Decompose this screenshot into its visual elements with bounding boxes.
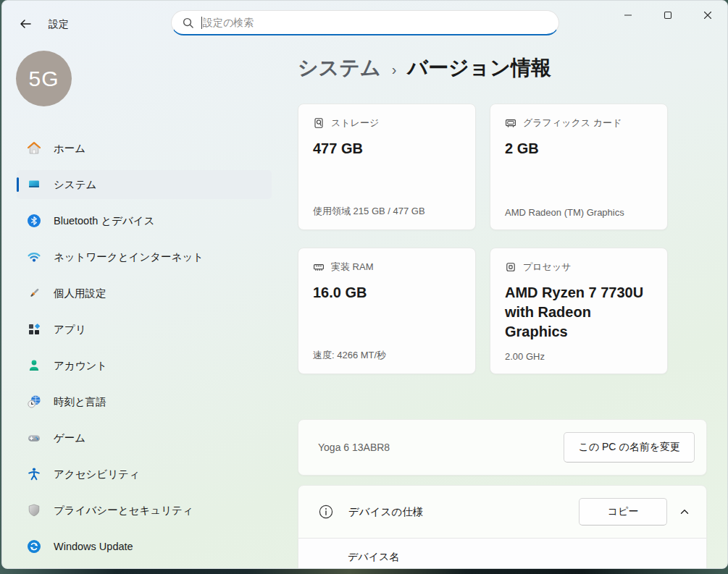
back-button[interactable] [17, 15, 34, 33]
sidebar-item-windows-update[interactable]: Windows Update [17, 532, 272, 561]
device-specs-expander[interactable]: デバイスの仕様 コピー [298, 486, 706, 538]
breadcrumb-separator-icon: › [392, 62, 397, 78]
storage-icon [313, 117, 325, 129]
privacy-shield-icon [27, 503, 41, 518]
spec-cards-grid: ストレージ 477 GB 使用領域 215 GB / 477 GB グラフィック… [298, 104, 707, 374]
device-name: Yoga 6 13ABR8 [318, 442, 390, 453]
sidebar-item-accounts[interactable]: アカウント [17, 351, 272, 380]
ram-card: 実装 RAM 16.0 GB 速度: 4266 MT/秒 [298, 248, 476, 374]
text-caret [201, 17, 202, 29]
maximize-button[interactable] [648, 1, 687, 30]
specs-section-title: デバイスの仕様 [348, 505, 423, 519]
chevron-up-icon[interactable] [674, 498, 695, 526]
sidebar-item-personalization[interactable]: 個人用設定 [17, 279, 272, 308]
sidebar-item-label: ホーム [54, 142, 85, 156]
card-value: 477 GB [313, 139, 461, 159]
spec-row-label: デバイス名 [348, 551, 399, 564]
info-icon [318, 504, 334, 520]
user-avatar[interactable]: 5G [16, 51, 72, 106]
sidebar-item-bluetooth-devices[interactable]: Bluetooth とデバイス [17, 206, 272, 235]
sidebar-item-label: アクセシビリティ [54, 468, 140, 481]
breadcrumb: システム › バージョン情報 [298, 54, 707, 86]
sidebar-item-label: 個人用設定 [54, 287, 106, 300]
card-footer: 使用領域 215 GB / 477 GB [313, 205, 461, 218]
sidebar-item-privacy-security[interactable]: プライバシーとセキュリティ [17, 496, 272, 525]
graphics-card: グラフィックス カード 2 GB AMD Radeon (TM) Graphic… [490, 104, 668, 230]
card-value: AMD Ryzen 7 7730U with Radeon Graphics [505, 283, 653, 342]
sidebar-item-network-internet[interactable]: ネットワークとインターネット [17, 242, 272, 271]
card-title: ストレージ [331, 117, 379, 130]
accessibility-icon [27, 467, 41, 481]
card-title: プロセッサ [523, 261, 572, 274]
copy-button[interactable]: コピー [579, 498, 667, 526]
card-value: 2 GB [505, 139, 653, 159]
sidebar-item-label: プライバシーとセキュリティ [54, 504, 193, 518]
search-icon [182, 17, 194, 29]
sidebar-item-label: 時刻と言語 [54, 395, 106, 409]
sidebar-item-label: システム [54, 178, 96, 192]
sidebar-item-gaming[interactable]: ゲーム [17, 423, 272, 452]
system-icon [27, 177, 41, 192]
close-button[interactable] [687, 1, 727, 30]
search-input[interactable] [203, 17, 548, 28]
time-language-icon [27, 394, 41, 409]
app-title: 設定 [49, 18, 69, 31]
card-footer: AMD Radeon (TM) Graphics [505, 207, 653, 218]
cpu-icon [505, 261, 516, 273]
home-icon [27, 141, 41, 156]
sidebar-nav: ホーム システム Bluetooth [17, 134, 272, 568]
window-controls [608, 1, 727, 30]
back-arrow-icon [19, 17, 32, 30]
network-icon [27, 250, 41, 264]
minimize-icon [624, 11, 632, 20]
sidebar-item-label: アカウント [54, 359, 107, 373]
sidebar-item-label: ネットワークとインターネット [54, 250, 204, 264]
sidebar-item-time-language[interactable]: 時刻と言語 [17, 387, 272, 416]
card-title: 実装 RAM [331, 261, 374, 274]
sidebar-item-system[interactable]: システム [17, 170, 272, 199]
sidebar-item-label: Windows Update [54, 541, 133, 552]
accounts-icon [27, 358, 41, 373]
card-footer: 2.00 GHz [505, 351, 653, 362]
maximize-icon [664, 11, 672, 20]
sidebar-item-label: ゲーム [54, 431, 85, 445]
ram-icon [313, 261, 325, 273]
device-name-spec-row: デバイス名 [298, 539, 706, 569]
close-icon [703, 11, 712, 20]
device-specs-section: デバイスの仕様 コピー デバイス名 [298, 485, 707, 569]
storage-card: ストレージ 477 GB 使用領域 215 GB / 477 GB [298, 104, 476, 230]
card-value: 16.0 GB [313, 283, 461, 303]
card-footer: 速度: 4266 MT/秒 [313, 349, 461, 362]
sidebar-item-label: アプリ [54, 323, 86, 337]
main-content: システム › バージョン情報 ストレージ 477 GB 使用領域 [298, 54, 707, 569]
selected-accent-bar [17, 177, 19, 192]
card-title: グラフィックス カード [523, 117, 622, 130]
sidebar-item-label: Bluetooth とデバイス [54, 214, 155, 228]
personalization-icon [27, 286, 41, 300]
sidebar-item-home[interactable]: ホーム [17, 134, 272, 163]
minimize-button[interactable] [608, 1, 648, 30]
device-name-row: Yoga 6 13ABR8 この PC の名前を変更 [298, 419, 707, 476]
sidebar-item-accessibility[interactable]: アクセシビリティ [17, 460, 272, 489]
windows-update-icon [27, 539, 41, 554]
search-box[interactable] [171, 10, 559, 35]
rename-pc-button[interactable]: この PC の名前を変更 [564, 432, 695, 463]
settings-window: 設定 5G ホーム [1, 0, 728, 569]
gpu-icon [505, 117, 516, 129]
sidebar-item-apps[interactable]: アプリ [17, 315, 272, 344]
breadcrumb-parent[interactable]: システム [298, 54, 381, 82]
apps-icon [27, 322, 41, 337]
processor-card: プロセッサ AMD Ryzen 7 7730U with Radeon Grap… [490, 248, 668, 374]
bluetooth-icon [27, 214, 41, 228]
gaming-icon [27, 431, 41, 445]
page-title: バージョン情報 [407, 54, 551, 82]
